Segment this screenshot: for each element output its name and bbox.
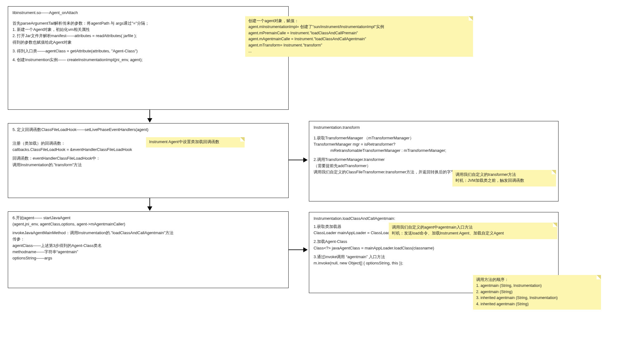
sticky4-l2: 时机：发送load命令、加载Instrument Agent、加载自定义Agen…	[392, 230, 554, 236]
arrow-box2-box3	[149, 198, 150, 210]
box-transform: Instrumentation.transform 1.获取Transforme…	[309, 121, 559, 201]
box1-step3: 3. 得到入口类——agentClass = getAttribute(attr…	[12, 48, 284, 54]
box1-step2b: 得到的参数也赋值给此Agent对象	[12, 39, 284, 46]
box4-l4: 2.调用TransformerManager.transformer	[314, 157, 554, 163]
box5-l2b: Class<?> javaAgentClass = mainAppLoader.…	[314, 245, 554, 251]
box3-step6b: (agent,jni_env, agentClass,options, agen…	[12, 221, 284, 227]
box3-l6: optionsString——args	[12, 255, 284, 261]
sticky-agentmain-note: 调用我们自定义的agent中agentmain入口方法 时机：发送load命令、…	[389, 223, 557, 239]
sticky3-l2: 时机：JVM加载类之前，触发回调函数	[456, 178, 553, 184]
box3-l3: 传参：	[12, 236, 284, 242]
box-startjavaagent: 6.开始agent—— startJavaAgent (agent,jni_en…	[8, 211, 289, 288]
box2-l4: 回调函数：eventHandlerClassFileLoadHook中：	[12, 155, 284, 162]
box1-title: libinstrument.so——Agent_onAttach	[12, 10, 284, 16]
box5-l3b: m.invoke(null, new Object[] { optionsStr…	[314, 260, 554, 266]
box3-l4: agentClass——上述第3步得到的Agent-Class类名	[12, 243, 284, 249]
sticky-loadhook-note: Instrument Agent中设置类加载回调函数	[146, 137, 245, 147]
sticky1-l3: agent.mPremainCalle = Instrument."loadCl…	[248, 30, 470, 36]
sticky5-l2: 1. agentmain (String, Instrumentation)	[476, 283, 598, 289]
box4-l2: TransformerManager mgr = isRetransformer…	[314, 141, 554, 147]
box2-l5: 调用Instrumentation的."transform"方法	[12, 162, 284, 168]
box3-step6: 6.开始agent—— startJavaAgent	[12, 215, 284, 221]
arrow-box3-box5	[289, 249, 307, 250]
box-classfileloadhook: 5. 定义回调函数ClassFileLoadHook——setLivePhase…	[8, 123, 289, 198]
sticky4-l1: 调用我们自定义的agent中agentmain入口方法	[392, 225, 554, 230]
box1-step2: 2. 打开Jar文件并解析manifest——attributes = read…	[12, 33, 284, 39]
arrow-box1-box2	[149, 110, 150, 122]
sticky1-l6: ...	[248, 48, 470, 54]
box1-step1: 1. 新建一个Agent对象，初始化vm相关属性	[12, 27, 284, 33]
box4-l1: 1.获取TransformerManager （mTransformerMana…	[314, 135, 554, 141]
sticky-transform-note: 调用我们自定义的transformer方法 时机：JVM加载类之前，触发回调函数	[452, 170, 556, 186]
box2-step5: 5. 定义回调函数ClassFileLoadHook——setLivePhase…	[12, 127, 284, 133]
box5-l3: 3.通过invoke调用 “agentmain” 入口方法	[314, 254, 554, 260]
sticky1-l5: agent.mTransform= Instrument."transform"	[248, 42, 470, 48]
sticky1-l2: agent.mInstrumentationImpl= 创建了"sun/inst…	[248, 24, 470, 30]
box3-l5: methodname——字符串“agentmain”	[12, 249, 284, 255]
sticky-agent-fields: 创建一个agent对象，赋值： agent.mInstrumentationIm…	[245, 16, 473, 57]
box1-step4: 4. 创建Instrumention实例—— createInstrumenta…	[12, 57, 284, 63]
sticky5-l5: 4. inherited agentmain (String)	[476, 301, 598, 307]
box1-intro: 首先parseArgumentTail解析传来的参数：将agentPath 与 …	[12, 20, 284, 27]
sticky-invoke-order: 调用方法的顺序： 1. agentmain (String, Instrumen…	[473, 275, 601, 310]
sticky3-l1: 调用我们自定义的transformer方法	[456, 172, 553, 178]
box4-l3: mRetransfomableTransformerManager : mTra…	[314, 147, 554, 154]
sticky1-l1: 创建一个agent对象，赋值：	[248, 18, 470, 24]
sticky5-l3: 2. agentmain (String)	[476, 289, 598, 295]
box5-title: Instrumentation.loadClassAndCallAgentmai…	[314, 215, 554, 222]
sticky5-l1: 调用方法的顺序：	[476, 277, 598, 283]
sticky2-l1: Instrument Agent中设置类加载回调函数	[149, 139, 242, 145]
box5-l2: 2.加载Agent-Class	[314, 239, 554, 245]
arrow-box2-box4	[289, 160, 307, 160]
sticky1-l4: agent.mAgentmainCalle = Instrument."load…	[248, 36, 470, 42]
sticky5-l4: 3. inherited agentmain (String, Instrume…	[476, 295, 598, 301]
box3-l2: invokeJavaAgentMainMethod：调用Instrumentat…	[12, 230, 284, 236]
box4-l5: （需要提前先addTransformer）	[314, 163, 554, 169]
box4-title: Instrumentation.transform	[314, 124, 554, 131]
